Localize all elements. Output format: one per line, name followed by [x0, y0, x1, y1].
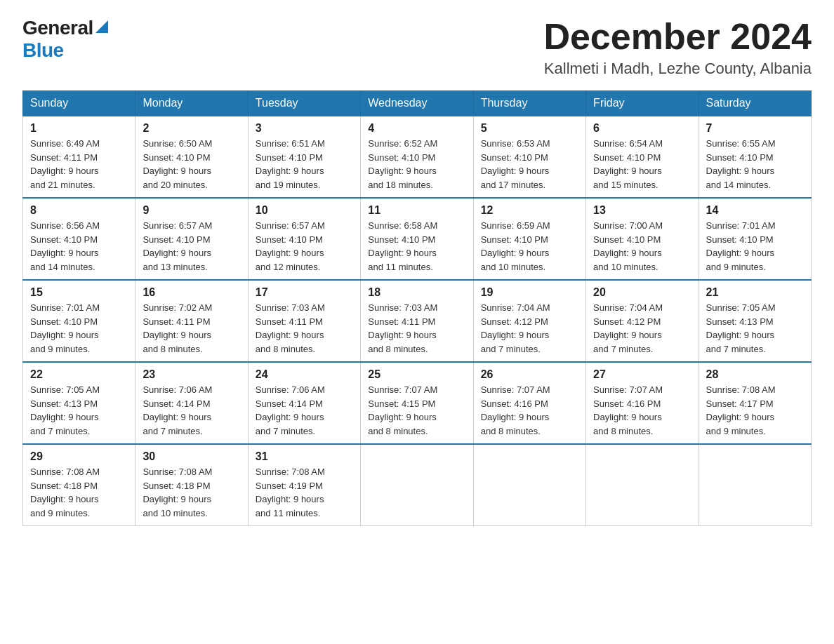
table-row: 29Sunrise: 7:08 AMSunset: 4:18 PMDayligh… [23, 444, 135, 526]
table-row: 31Sunrise: 7:08 AMSunset: 4:19 PMDayligh… [248, 444, 360, 526]
day-number: 20 [593, 286, 691, 299]
table-row: 8Sunrise: 6:56 AMSunset: 4:10 PMDaylight… [23, 198, 135, 280]
table-row: 20Sunrise: 7:04 AMSunset: 4:12 PMDayligh… [586, 280, 699, 362]
table-row: 24Sunrise: 7:06 AMSunset: 4:14 PMDayligh… [248, 362, 360, 444]
table-row: 23Sunrise: 7:06 AMSunset: 4:14 PMDayligh… [135, 362, 248, 444]
table-row: 26Sunrise: 7:07 AMSunset: 4:16 PMDayligh… [473, 362, 585, 444]
page-header: General Blue December 2024 Kallmeti i Ma… [22, 17, 812, 78]
day-number: 12 [481, 204, 578, 217]
weekday-header-thursday: Thursday [473, 91, 585, 116]
table-row: 5Sunrise: 6:53 AMSunset: 4:10 PMDaylight… [473, 116, 585, 198]
day-info: Sunrise: 7:01 AMSunset: 4:10 PMDaylight:… [706, 219, 804, 274]
table-row: 25Sunrise: 7:07 AMSunset: 4:15 PMDayligh… [361, 362, 473, 444]
table-row [699, 444, 811, 526]
table-row: 2Sunrise: 6:50 AMSunset: 4:10 PMDaylight… [135, 116, 248, 198]
table-row: 11Sunrise: 6:58 AMSunset: 4:10 PMDayligh… [361, 198, 473, 280]
title-area: December 2024 Kallmeti i Madh, Lezhe Cou… [543, 17, 812, 78]
day-info: Sunrise: 6:55 AMSunset: 4:10 PMDaylight:… [706, 137, 804, 192]
day-info: Sunrise: 7:00 AMSunset: 4:10 PMDaylight:… [593, 219, 691, 274]
calendar-week-row: 22Sunrise: 7:05 AMSunset: 4:13 PMDayligh… [23, 362, 812, 444]
logo: General Blue [22, 17, 108, 62]
weekday-header-tuesday: Tuesday [248, 91, 360, 116]
day-number: 6 [593, 122, 691, 135]
day-number: 19 [481, 286, 578, 299]
day-info: Sunrise: 6:53 AMSunset: 4:10 PMDaylight:… [481, 137, 578, 192]
day-info: Sunrise: 7:02 AMSunset: 4:11 PMDaylight:… [143, 301, 240, 356]
day-info: Sunrise: 6:52 AMSunset: 4:10 PMDaylight:… [368, 137, 465, 192]
day-number: 17 [256, 286, 353, 299]
day-number: 28 [706, 368, 804, 381]
calendar-table: SundayMondayTuesdayWednesdayThursdayFrid… [22, 90, 812, 526]
calendar-body: 1Sunrise: 6:49 AMSunset: 4:11 PMDaylight… [23, 116, 812, 526]
table-row: 3Sunrise: 6:51 AMSunset: 4:10 PMDaylight… [248, 116, 360, 198]
day-info: Sunrise: 6:58 AMSunset: 4:10 PMDaylight:… [368, 219, 465, 274]
weekday-header-friday: Friday [586, 91, 699, 116]
table-row: 16Sunrise: 7:02 AMSunset: 4:11 PMDayligh… [135, 280, 248, 362]
day-number: 31 [256, 450, 353, 463]
table-row: 15Sunrise: 7:01 AMSunset: 4:10 PMDayligh… [23, 280, 135, 362]
day-info: Sunrise: 6:56 AMSunset: 4:10 PMDaylight:… [30, 219, 128, 274]
day-info: Sunrise: 7:08 AMSunset: 4:18 PMDaylight:… [30, 465, 128, 520]
day-info: Sunrise: 7:07 AMSunset: 4:16 PMDaylight:… [593, 383, 691, 438]
day-number: 24 [256, 368, 353, 381]
day-info: Sunrise: 6:51 AMSunset: 4:10 PMDaylight:… [256, 137, 353, 192]
day-info: Sunrise: 6:57 AMSunset: 4:10 PMDaylight:… [143, 219, 240, 274]
day-info: Sunrise: 7:07 AMSunset: 4:16 PMDaylight:… [481, 383, 578, 438]
day-number: 23 [143, 368, 240, 381]
table-row: 21Sunrise: 7:05 AMSunset: 4:13 PMDayligh… [699, 280, 811, 362]
table-row: 30Sunrise: 7:08 AMSunset: 4:18 PMDayligh… [135, 444, 248, 526]
day-number: 15 [30, 286, 128, 299]
svg-marker-0 [95, 20, 108, 33]
weekday-header-sunday: Sunday [23, 91, 135, 116]
logo-flag-icon [95, 20, 108, 33]
calendar-header: SundayMondayTuesdayWednesdayThursdayFrid… [23, 91, 812, 116]
day-number: 11 [368, 204, 465, 217]
table-row [361, 444, 473, 526]
day-info: Sunrise: 7:05 AMSunset: 4:13 PMDaylight:… [30, 383, 128, 438]
day-number: 8 [30, 204, 128, 217]
day-number: 14 [706, 204, 804, 217]
weekday-header-monday: Monday [135, 91, 248, 116]
table-row: 12Sunrise: 6:59 AMSunset: 4:10 PMDayligh… [473, 198, 585, 280]
day-number: 4 [368, 122, 465, 135]
month-title: December 2024 [543, 17, 812, 57]
location-subtitle: Kallmeti i Madh, Lezhe County, Albania [543, 60, 812, 78]
weekday-header-row: SundayMondayTuesdayWednesdayThursdayFrid… [23, 91, 812, 116]
table-row: 13Sunrise: 7:00 AMSunset: 4:10 PMDayligh… [586, 198, 699, 280]
table-row: 10Sunrise: 6:57 AMSunset: 4:10 PMDayligh… [248, 198, 360, 280]
day-number: 22 [30, 368, 128, 381]
table-row: 22Sunrise: 7:05 AMSunset: 4:13 PMDayligh… [23, 362, 135, 444]
table-row: 9Sunrise: 6:57 AMSunset: 4:10 PMDaylight… [135, 198, 248, 280]
calendar-week-row: 15Sunrise: 7:01 AMSunset: 4:10 PMDayligh… [23, 280, 812, 362]
day-info: Sunrise: 7:01 AMSunset: 4:10 PMDaylight:… [30, 301, 128, 356]
day-info: Sunrise: 7:04 AMSunset: 4:12 PMDaylight:… [593, 301, 691, 356]
day-number: 5 [481, 122, 578, 135]
day-info: Sunrise: 7:08 AMSunset: 4:17 PMDaylight:… [706, 383, 804, 438]
table-row: 14Sunrise: 7:01 AMSunset: 4:10 PMDayligh… [699, 198, 811, 280]
table-row: 19Sunrise: 7:04 AMSunset: 4:12 PMDayligh… [473, 280, 585, 362]
day-info: Sunrise: 7:03 AMSunset: 4:11 PMDaylight:… [368, 301, 465, 356]
table-row: 17Sunrise: 7:03 AMSunset: 4:11 PMDayligh… [248, 280, 360, 362]
day-number: 1 [30, 122, 128, 135]
day-info: Sunrise: 6:50 AMSunset: 4:10 PMDaylight:… [143, 137, 240, 192]
table-row: 27Sunrise: 7:07 AMSunset: 4:16 PMDayligh… [586, 362, 699, 444]
day-info: Sunrise: 7:08 AMSunset: 4:19 PMDaylight:… [256, 465, 353, 520]
day-info: Sunrise: 7:05 AMSunset: 4:13 PMDaylight:… [706, 301, 804, 356]
table-row [586, 444, 699, 526]
day-number: 18 [368, 286, 465, 299]
day-info: Sunrise: 7:03 AMSunset: 4:11 PMDaylight:… [256, 301, 353, 356]
day-number: 26 [481, 368, 578, 381]
table-row [473, 444, 585, 526]
day-number: 21 [706, 286, 804, 299]
day-info: Sunrise: 6:59 AMSunset: 4:10 PMDaylight:… [481, 219, 578, 274]
day-number: 27 [593, 368, 691, 381]
day-number: 29 [30, 450, 128, 463]
day-info: Sunrise: 7:06 AMSunset: 4:14 PMDaylight:… [256, 383, 353, 438]
day-number: 10 [256, 204, 353, 217]
day-number: 7 [706, 122, 804, 135]
logo-blue-text: Blue [22, 39, 64, 61]
table-row: 18Sunrise: 7:03 AMSunset: 4:11 PMDayligh… [361, 280, 473, 362]
day-number: 9 [143, 204, 240, 217]
day-info: Sunrise: 6:54 AMSunset: 4:10 PMDaylight:… [593, 137, 691, 192]
calendar-week-row: 1Sunrise: 6:49 AMSunset: 4:11 PMDaylight… [23, 116, 812, 198]
